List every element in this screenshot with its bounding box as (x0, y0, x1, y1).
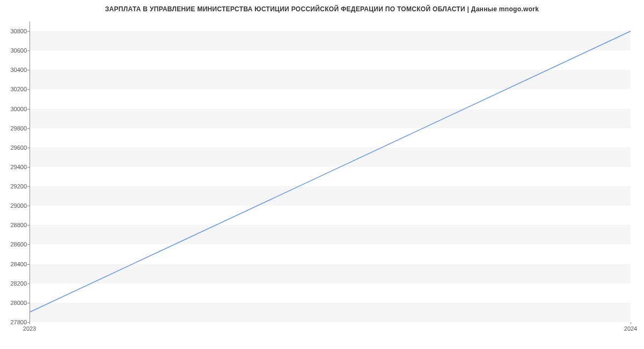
x-tick-label: 2023 (23, 325, 36, 332)
x-tick-mark (631, 322, 631, 324)
x-tick-label: 2024 (624, 325, 637, 332)
y-tick-label: 29400 (0, 164, 27, 170)
y-tick-mark (27, 167, 30, 168)
y-tick-label: 27800 (0, 319, 27, 325)
y-tick-label: 28400 (0, 261, 27, 267)
y-tick-label: 29200 (0, 183, 27, 190)
y-tick-label: 30400 (0, 67, 27, 73)
y-tick-mark (27, 264, 30, 265)
y-tick-label: 30600 (0, 47, 27, 54)
y-tick-label: 28200 (0, 280, 27, 287)
y-tick-label: 28000 (0, 300, 27, 306)
y-tick-mark (27, 186, 30, 187)
y-tick-mark (27, 225, 30, 226)
y-tick-mark (27, 89, 30, 90)
x-tick-mark (30, 322, 30, 324)
y-tick-mark (27, 31, 30, 32)
y-tick-mark (27, 148, 30, 148)
y-tick-label: 28600 (0, 241, 27, 248)
y-tick-label: 30800 (0, 28, 27, 34)
y-tick-label: 29800 (0, 125, 27, 132)
y-tick-mark (27, 303, 30, 303)
series-line (30, 31, 631, 312)
y-tick-mark (27, 109, 30, 110)
y-tick-label: 28800 (0, 222, 27, 228)
line-series-svg (30, 21, 631, 322)
plot-area (30, 21, 631, 322)
y-tick-label: 30000 (0, 106, 27, 112)
y-tick-mark (27, 70, 30, 70)
y-tick-mark (27, 244, 30, 245)
y-tick-label: 30200 (0, 86, 27, 92)
y-tick-mark (27, 283, 30, 284)
y-tick-label: 29600 (0, 144, 27, 151)
y-tick-label: 29000 (0, 202, 27, 209)
y-tick-mark (27, 50, 30, 51)
chart-title: ЗАРПЛАТА В УПРАВЛЕНИЕ МИНИСТЕРСТВА ЮСТИЦ… (0, 5, 644, 13)
y-tick-mark (27, 206, 30, 206)
y-tick-mark (27, 128, 30, 129)
